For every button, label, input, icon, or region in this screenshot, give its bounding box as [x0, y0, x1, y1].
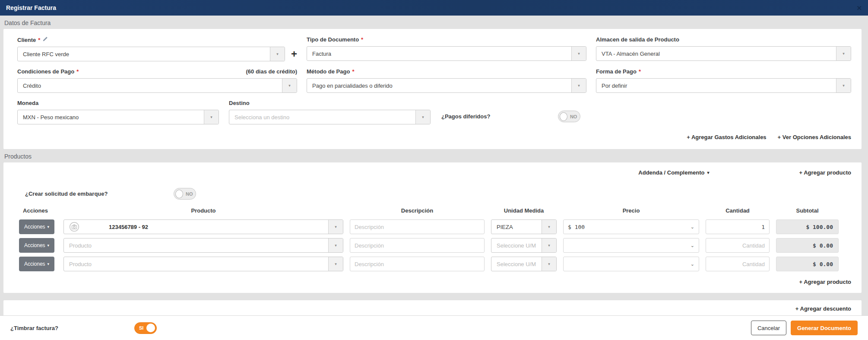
cliente-select[interactable]: Cliente RFC verde ▾ — [17, 47, 285, 61]
chevron-down-icon: ▾ — [328, 257, 343, 271]
destino-select[interactable]: Selecciona un destino ▾ — [229, 110, 431, 124]
embarque-field: ¿Crear solicitud de embarque? NO — [25, 188, 851, 200]
tipo-documento-label: Tipo de Documento — [307, 36, 359, 43]
productos-section-title: Productos — [0, 149, 868, 162]
agregar-producto-bottom-link[interactable]: + Agregar producto — [799, 279, 851, 285]
required-mark: * — [38, 37, 40, 43]
col-header-subtotal: Subtotal — [776, 207, 839, 216]
unidad-medida-select[interactable]: PIEZA ▾ — [491, 219, 557, 234]
agregar-producto-top-link[interactable]: + Agregar producto — [799, 169, 851, 176]
unidad-medida-placeholder: Seleccione U/M — [491, 257, 542, 271]
cantidad-input[interactable] — [706, 257, 770, 271]
precio-value: $ 100 — [568, 224, 585, 230]
modal-footer: ¿Timbrar factura? SI Cancelar Generar Do… — [0, 315, 868, 340]
acciones-button[interactable]: Acciones ▾ — [19, 257, 54, 271]
add-cliente-button[interactable]: + — [291, 49, 297, 59]
cliente-label: Cliente — [17, 37, 36, 43]
productos-table: Acciones Producto Descripción Unidad Med… — [14, 207, 851, 271]
cantidad-input[interactable] — [706, 238, 770, 253]
producto-select[interactable]: 123456789 - 92 ▾ — [63, 219, 343, 234]
datos-factura-card: Cliente * Cliente RFC verde ▾ + Tipo de … — [3, 29, 862, 149]
chevron-down-icon: ▾ — [48, 243, 50, 248]
chevron-down-icon: ▾ — [282, 79, 297, 92]
chevron-down-icon: ⌄ — [691, 261, 694, 267]
precio-select[interactable]: ⌄ — [563, 257, 699, 271]
pagos-diferidos-field: ¿Pagos diferidos? NO — [441, 108, 580, 124]
descripcion-input[interactable] — [350, 219, 485, 234]
col-header-producto: Producto — [63, 207, 343, 216]
condiciones-pago-select-value: Crédito — [18, 79, 282, 92]
precio-select[interactable]: ⌄ — [563, 238, 699, 253]
cliente-field: Cliente * Cliente RFC verde ▾ + — [17, 36, 297, 61]
ver-opciones-adicionales-link[interactable]: + Ver Opciones Adicionales — [778, 134, 851, 140]
timbrar-toggle[interactable]: SI — [134, 322, 157, 334]
chevron-down-icon: ▾ — [836, 79, 851, 92]
chevron-down-icon: ▾ — [270, 47, 285, 61]
required-mark: * — [361, 36, 363, 43]
chevron-down-icon: ▾ — [542, 238, 556, 252]
embarque-label: ¿Crear solicitud de embarque? — [25, 191, 108, 197]
modal-header: Registrar Factura ✕ — [0, 0, 868, 16]
datos-factura-section-title: Datos de Factura — [0, 16, 868, 29]
edit-pencil-icon[interactable] — [42, 36, 48, 43]
col-header-cantidad: Cantidad — [706, 207, 770, 216]
almacen-select-value: VTA - Almacén General — [596, 47, 836, 60]
unidad-medida-value: PIEZA — [491, 220, 542, 234]
condiciones-pago-select[interactable]: Crédito ▾ — [17, 78, 297, 93]
acciones-button[interactable]: Acciones ▾ — [19, 219, 54, 234]
chevron-down-icon: ▾ — [48, 225, 50, 229]
pagos-diferidos-toggle[interactable]: NO — [558, 111, 580, 122]
chevron-down-icon: ▾ — [707, 170, 709, 175]
chevron-down-icon: ▾ — [328, 238, 343, 252]
toggle-knob — [560, 112, 567, 121]
col-header-descripcion: Descripción — [350, 207, 485, 216]
unidad-medida-placeholder: Seleccione U/M — [491, 238, 542, 252]
producto-placeholder: Producto — [64, 238, 328, 252]
metodo-pago-select[interactable]: Pago en parcialidades o diferido ▾ — [307, 78, 586, 93]
tipo-documento-select[interactable]: Factura ▾ — [307, 46, 586, 61]
acciones-button[interactable]: Acciones ▾ — [19, 238, 54, 253]
unidad-medida-select[interactable]: Seleccione U/M ▾ — [491, 238, 557, 253]
col-header-acciones: Acciones — [14, 207, 57, 216]
subtotal-readout: $ 100.00 — [776, 219, 839, 234]
chevron-down-icon: ▾ — [204, 110, 219, 124]
timbrar-label: ¿Timbrar factura? — [10, 325, 58, 331]
agregar-descuento-link[interactable]: + Agregar descuento — [795, 305, 851, 312]
toggle-knob — [175, 190, 183, 198]
required-mark: * — [352, 68, 354, 75]
generar-documento-button[interactable]: Generar Documento — [791, 321, 858, 335]
almacen-select[interactable]: VTA - Almacén General ▾ — [596, 46, 851, 61]
subtotal-readout: $ 0.00 — [776, 257, 839, 271]
descripcion-input[interactable] — [350, 238, 485, 253]
metodo-pago-select-value: Pago en parcialidades o diferido — [307, 79, 571, 92]
forma-pago-select-value: Por definir — [596, 79, 836, 92]
producto-select[interactable]: Producto ▾ — [63, 238, 343, 253]
descripcion-input[interactable] — [350, 257, 485, 271]
cancelar-button[interactable]: Cancelar — [751, 321, 786, 335]
product-image-icon — [69, 222, 79, 232]
pagos-diferidos-toggle-state: NO — [570, 114, 577, 119]
chevron-down-icon: ⌄ — [691, 243, 694, 248]
forma-pago-label: Forma de Pago — [596, 68, 637, 75]
metodo-pago-label: Método de Pago — [307, 68, 350, 75]
addenda-complemento-dropdown[interactable]: Addenda / Complemento ▾ — [638, 169, 709, 176]
addenda-complemento-label: Addenda / Complemento — [638, 169, 704, 176]
moneda-select-value: MXN - Peso mexicano — [18, 110, 204, 124]
embarque-toggle[interactable]: NO — [174, 188, 196, 200]
credito-dias-hint: (60 dias de crédito) — [246, 68, 297, 75]
agregar-gastos-adicionales-link[interactable]: + Agregar Gastos Adicionales — [687, 134, 766, 140]
chevron-down-icon: ▾ — [836, 47, 851, 60]
forma-pago-select[interactable]: Por definir ▾ — [596, 78, 851, 93]
destino-label: Destino — [229, 100, 250, 106]
cantidad-input[interactable] — [706, 219, 770, 234]
condiciones-pago-field: Condiciones de Pago * (60 dias de crédit… — [17, 68, 297, 93]
producto-select[interactable]: Producto ▾ — [63, 257, 343, 271]
chevron-down-icon: ▾ — [542, 257, 556, 271]
moneda-select[interactable]: MXN - Peso mexicano ▾ — [17, 110, 219, 124]
chevron-down-icon: ▾ — [571, 47, 586, 60]
close-icon[interactable]: ✕ — [856, 5, 862, 11]
precio-select[interactable]: $ 100 ⌄ — [563, 219, 699, 234]
required-mark: * — [76, 68, 79, 75]
unidad-medida-select[interactable]: Seleccione U/M ▾ — [491, 257, 557, 271]
cliente-select-value: Cliente RFC verde — [18, 47, 270, 61]
